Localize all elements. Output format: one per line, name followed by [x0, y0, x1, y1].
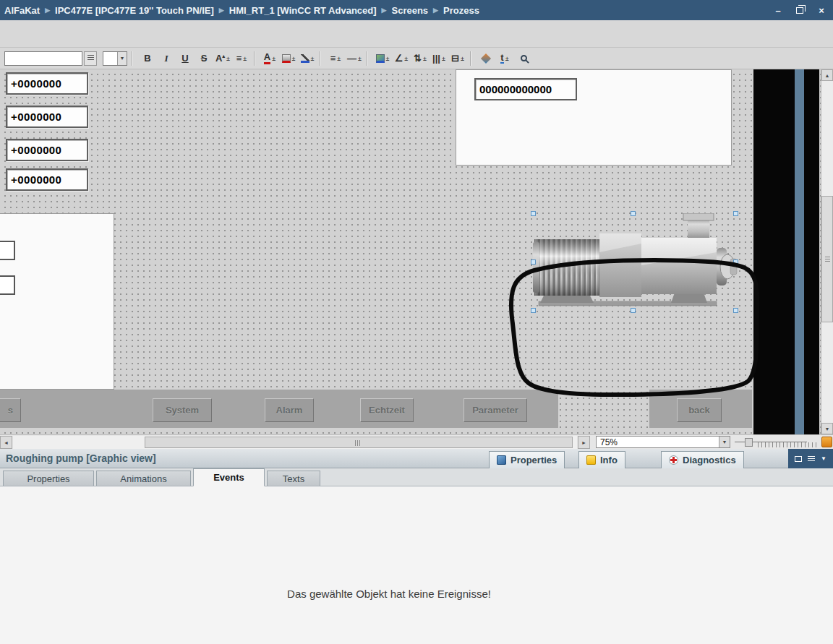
- selection-handle[interactable]: [733, 308, 738, 313]
- scroll-up-button[interactable]: ▲: [821, 69, 833, 81]
- restore-button[interactable]: [794, 4, 806, 16]
- same-size-button[interactable]: ⊟±: [450, 50, 466, 67]
- breadcrumb-device[interactable]: IPC477E [IPC477E 19'' Touch PN/IE]: [55, 5, 214, 16]
- dropdown-mark: ±: [442, 55, 445, 62]
- black-screen-area[interactable]: [753, 69, 819, 434]
- dock-window-icon[interactable]: [808, 456, 815, 462]
- line-style-button[interactable]: ≡±: [328, 50, 343, 67]
- selection-handle[interactable]: [733, 259, 738, 265]
- underline-icon: U: [181, 53, 188, 63]
- scroll-right-button[interactable]: ►: [578, 436, 590, 449]
- corner-style-button[interactable]: ∠±: [393, 50, 409, 67]
- pane-tab-label: Properties: [511, 455, 557, 465]
- strikethrough-icon: S: [201, 53, 208, 63]
- pane-tab-diagnostics[interactable]: Diagnostics: [661, 451, 744, 468]
- background-color-button[interactable]: ±: [281, 50, 296, 67]
- underline-button[interactable]: U: [177, 50, 193, 67]
- distribute-button[interactable]: |||±: [431, 50, 447, 67]
- hmi-button-back[interactable]: back: [677, 398, 722, 422]
- font-color-button[interactable]: A±: [262, 50, 278, 67]
- horizontal-scroll-trough[interactable]: [13, 436, 577, 449]
- hmi-button-echtzeit[interactable]: Echtzeit: [360, 398, 414, 422]
- arrange-button[interactable]: ⇅±: [412, 50, 428, 67]
- tab-texts[interactable]: Texts: [267, 471, 320, 486]
- bold-button[interactable]: B: [140, 50, 155, 67]
- scroll-left-button[interactable]: ◄: [0, 436, 12, 449]
- breadcrumb-screens[interactable]: Screens: [392, 5, 429, 16]
- toolbar-separator: [470, 51, 471, 66]
- selection-handle[interactable]: [631, 308, 636, 313]
- strikethrough-button[interactable]: S: [196, 50, 212, 67]
- zoom-area-button[interactable]: [516, 50, 531, 67]
- editor-corner-icon[interactable]: [821, 437, 832, 447]
- no-events-message: Das gewählte Objekt hat keine Ereignisse…: [0, 588, 778, 600]
- screen-panel-left[interactable]: [0, 213, 114, 390]
- small-io-box[interactable]: [0, 275, 15, 295]
- dropdown-mark: ±: [505, 55, 509, 62]
- font-size-icon: A: [215, 53, 225, 63]
- window-controls: – ×: [772, 0, 827, 20]
- selection-handle[interactable]: [733, 211, 738, 216]
- selection-handle[interactable]: [631, 211, 636, 216]
- screen-canvas[interactable]: +0000000 +0000000 +0000000 +0000000 0000…: [0, 69, 833, 434]
- tab-properties[interactable]: Properties: [3, 471, 94, 486]
- hmi-button-clipped[interactable]: s: [0, 398, 21, 422]
- line-width-button[interactable]: —±: [346, 50, 362, 67]
- dropdown-mark: ±: [272, 55, 275, 62]
- italic-button[interactable]: I: [158, 50, 174, 67]
- selection-handle[interactable]: [531, 259, 536, 265]
- text-align-icon: ≡: [236, 53, 242, 63]
- io-field[interactable]: +0000000: [6, 106, 88, 128]
- breadcrumb-project[interactable]: AlFaKat: [4, 5, 40, 16]
- corner-icon: ∠: [395, 53, 403, 63]
- text-align-button[interactable]: ≡±: [234, 50, 249, 67]
- pane-tab-properties[interactable]: Properties: [489, 451, 565, 468]
- bold-icon: B: [144, 53, 150, 63]
- vertical-scrollbar[interactable]: ▲ ▼: [821, 69, 833, 434]
- float-window-icon[interactable]: [795, 456, 802, 462]
- dropdown-mark: ±: [404, 55, 408, 62]
- format-painter-button[interactable]: [478, 50, 494, 67]
- border-color-button[interactable]: ±: [299, 50, 315, 67]
- hmi-button-parameter[interactable]: Parameter: [464, 398, 527, 422]
- toolbar-separator: [320, 51, 320, 66]
- down-arrow-icon: ▼: [825, 426, 830, 432]
- font-list-button[interactable]: [84, 51, 97, 66]
- hmi-button-alarm[interactable]: Alarm: [265, 398, 314, 422]
- zoom-slider-ticks: [758, 442, 817, 447]
- io-field[interactable]: +0000000: [6, 168, 88, 191]
- zoom-slider[interactable]: [735, 435, 817, 450]
- pump-graphic-selected[interactable]: [533, 213, 738, 313]
- selection-handle[interactable]: [531, 308, 536, 313]
- tab-order-button[interactable]: t±: [497, 50, 513, 67]
- scroll-down-button[interactable]: ▼: [821, 423, 833, 434]
- font-name-combobox[interactable]: [4, 51, 82, 66]
- chevron-down-icon[interactable]: ▼: [719, 437, 730, 447]
- font-size-combobox[interactable]: ▼: [103, 51, 127, 66]
- zoom-slider-handle[interactable]: [745, 438, 753, 447]
- close-button[interactable]: ×: [816, 4, 827, 16]
- collapse-pane-icon[interactable]: ▼: [821, 455, 826, 462]
- breadcrumb-screen-name[interactable]: Prozess: [443, 5, 479, 16]
- horizontal-scroll-thumb[interactable]: [145, 437, 573, 448]
- zoom-combobox[interactable]: 75% ▼: [596, 436, 730, 448]
- object-color-button[interactable]: ±: [375, 50, 390, 67]
- selection-handle[interactable]: [531, 211, 536, 216]
- tab-animations[interactable]: Animations: [96, 471, 191, 486]
- tab-events[interactable]: Events: [193, 468, 265, 486]
- breadcrumb-hmi[interactable]: HMI_RT_1 [WinCC RT Advanced]: [229, 5, 377, 16]
- vertical-scroll-thumb[interactable]: [821, 196, 833, 322]
- distribute-icon: |||: [432, 53, 440, 63]
- small-io-box[interactable]: [0, 241, 15, 260]
- breadcrumb-separator-icon: ▶: [433, 7, 438, 14]
- io-field[interactable]: +0000000: [6, 72, 88, 95]
- io-field[interactable]: +0000000: [6, 139, 88, 161]
- info-icon: [586, 455, 596, 465]
- font-color-icon: A: [264, 52, 270, 64]
- minimize-button[interactable]: –: [772, 4, 784, 16]
- hmi-button-system[interactable]: System: [153, 398, 212, 422]
- output-field[interactable]: 000000000000: [474, 78, 577, 100]
- font-size-button[interactable]: A±: [215, 50, 231, 67]
- pane-tab-info[interactable]: Info: [578, 451, 625, 468]
- screen-panel-top[interactable]: 000000000000: [456, 69, 732, 166]
